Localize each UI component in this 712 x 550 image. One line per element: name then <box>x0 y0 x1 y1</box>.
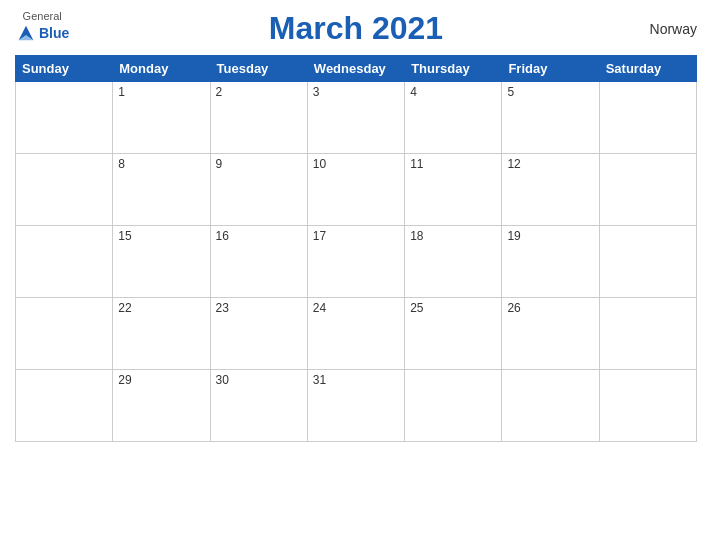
country-label: Norway <box>650 21 697 37</box>
calendar-cell: 2 <box>210 82 307 154</box>
header-thursday: Thursday <box>405 56 502 82</box>
day-number: 31 <box>313 373 399 387</box>
day-number: 9 <box>216 157 302 171</box>
week-row-2: 78910111213 <box>16 154 697 226</box>
week-row-5: 28Palm Sunday293031 <box>16 370 697 442</box>
day-number: 17 <box>313 229 399 243</box>
logo-general: General <box>23 10 62 22</box>
calendar-cell: 3 <box>307 82 404 154</box>
logo-blue: Blue <box>15 22 69 44</box>
day-number: 5 <box>507 85 593 99</box>
holiday-label: Palm Sunday <box>21 389 107 399</box>
calendar-cell <box>405 370 502 442</box>
day-number: 30 <box>216 373 302 387</box>
calendar-cell: 14 <box>16 226 113 298</box>
header-friday: Friday <box>502 56 599 82</box>
calendar-cell: 25 <box>405 298 502 370</box>
calendar-cell: 11 <box>405 154 502 226</box>
day-number: 14 <box>21 229 107 243</box>
week-row-1: 123456 <box>16 82 697 154</box>
calendar-cell: 20 <box>599 226 696 298</box>
header-sunday: Sunday <box>16 56 113 82</box>
day-number: 4 <box>410 85 496 99</box>
day-number: 16 <box>216 229 302 243</box>
day-number: 11 <box>410 157 496 171</box>
calendar-table: SundayMondayTuesdayWednesdayThursdayFrid… <box>15 55 697 442</box>
day-number: 24 <box>313 301 399 315</box>
day-number: 10 <box>313 157 399 171</box>
calendar-cell: 13 <box>599 154 696 226</box>
week-row-3: 14151617181920 <box>16 226 697 298</box>
calendar-cell: 7 <box>16 154 113 226</box>
week-row-4: 21222324252627 <box>16 298 697 370</box>
calendar-title: March 2021 <box>269 10 443 47</box>
calendar-cell: 22 <box>113 298 210 370</box>
day-number: 8 <box>118 157 204 171</box>
calendar-cell: 21 <box>16 298 113 370</box>
calendar-cell: 18 <box>405 226 502 298</box>
calendar-cell: 29 <box>113 370 210 442</box>
calendar-cell: 6 <box>599 82 696 154</box>
day-number: 22 <box>118 301 204 315</box>
calendar-container: General Blue March 2021 Norway SundayMon… <box>0 0 712 550</box>
day-number: 1 <box>118 85 204 99</box>
calendar-cell: 9 <box>210 154 307 226</box>
header-monday: Monday <box>113 56 210 82</box>
logo-blue-text: Blue <box>39 25 69 41</box>
day-number: 25 <box>410 301 496 315</box>
day-number: 18 <box>410 229 496 243</box>
day-number: 28 <box>21 373 107 387</box>
day-number: 19 <box>507 229 593 243</box>
calendar-cell: 15 <box>113 226 210 298</box>
header-row: SundayMondayTuesdayWednesdayThursdayFrid… <box>16 56 697 82</box>
header-wednesday: Wednesday <box>307 56 404 82</box>
logo-area: General Blue <box>15 10 69 44</box>
day-number: 21 <box>21 301 107 315</box>
day-number: 2 <box>216 85 302 99</box>
day-number: 6 <box>605 85 691 99</box>
calendar-cell: 31 <box>307 370 404 442</box>
calendar-cell <box>502 370 599 442</box>
day-number: 23 <box>216 301 302 315</box>
day-number: 26 <box>507 301 593 315</box>
day-number: 20 <box>605 229 691 243</box>
calendar-cell <box>16 82 113 154</box>
calendar-cell: 4 <box>405 82 502 154</box>
header-saturday: Saturday <box>599 56 696 82</box>
calendar-cell: 1 <box>113 82 210 154</box>
calendar-cell: 23 <box>210 298 307 370</box>
calendar-cell: 12 <box>502 154 599 226</box>
day-number: 15 <box>118 229 204 243</box>
calendar-cell: 5 <box>502 82 599 154</box>
calendar-cell <box>599 370 696 442</box>
day-number: 3 <box>313 85 399 99</box>
calendar-cell: 8 <box>113 154 210 226</box>
logo-bird-icon <box>15 22 37 44</box>
calendar-cell: 26 <box>502 298 599 370</box>
day-number: 29 <box>118 373 204 387</box>
day-number: 13 <box>605 157 691 171</box>
day-number: 27 <box>605 301 691 315</box>
calendar-cell: 30 <box>210 370 307 442</box>
day-number: 7 <box>21 157 107 171</box>
calendar-cell: 19 <box>502 226 599 298</box>
calendar-header: General Blue March 2021 Norway <box>15 10 697 47</box>
calendar-cell: 16 <box>210 226 307 298</box>
day-number: 12 <box>507 157 593 171</box>
calendar-cell: 17 <box>307 226 404 298</box>
calendar-cell: 28Palm Sunday <box>16 370 113 442</box>
calendar-cell: 10 <box>307 154 404 226</box>
calendar-cell: 24 <box>307 298 404 370</box>
calendar-cell: 27 <box>599 298 696 370</box>
header-tuesday: Tuesday <box>210 56 307 82</box>
